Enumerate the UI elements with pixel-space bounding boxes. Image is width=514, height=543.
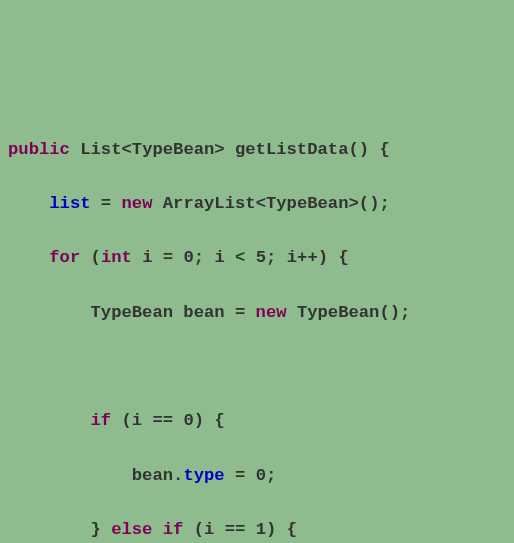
var-i: i	[214, 248, 224, 267]
rparen: )	[369, 194, 379, 213]
field-type: type	[183, 466, 224, 485]
space	[225, 140, 235, 159]
lparen: (	[348, 140, 358, 159]
var-bean: bean	[183, 303, 224, 322]
space	[245, 520, 255, 539]
space	[204, 411, 214, 430]
semi: ;	[400, 303, 410, 322]
num-0: 0	[183, 411, 193, 430]
space	[173, 303, 183, 322]
lparen: (	[194, 520, 204, 539]
keyword-int: int	[101, 248, 132, 267]
code-line-blank	[0, 353, 514, 380]
lparen: (	[91, 248, 101, 267]
space	[369, 140, 379, 159]
rparen: )	[359, 140, 369, 159]
op-eq: =	[101, 194, 111, 213]
op-eq: =	[235, 466, 245, 485]
space	[276, 520, 286, 539]
num-0: 0	[256, 466, 266, 485]
space	[225, 248, 235, 267]
semi: ;	[266, 466, 276, 485]
rparen: )	[390, 303, 400, 322]
keyword-for: for	[49, 248, 80, 267]
code-line: } else if (i == 1) {	[0, 516, 514, 543]
keyword-new: new	[122, 194, 153, 213]
type-typebean: TypeBean	[297, 303, 380, 322]
num-5: 5	[256, 248, 266, 267]
type-arraylist: ArrayList	[163, 194, 256, 213]
code-line: if (i == 0) {	[0, 407, 514, 434]
num-0: 0	[183, 248, 193, 267]
space	[328, 248, 338, 267]
keyword-if: if	[163, 520, 184, 539]
code-line: bean.type = 0;	[0, 462, 514, 489]
lparen: (	[121, 411, 131, 430]
angle-open: <	[121, 140, 131, 159]
keyword-new: new	[256, 303, 287, 322]
space	[101, 520, 111, 539]
rparen: )	[194, 411, 204, 430]
semi: ;	[266, 248, 276, 267]
space	[245, 466, 255, 485]
space	[152, 520, 162, 539]
var-i: i	[287, 248, 297, 267]
code-line: TypeBean bean = new TypeBean();	[0, 299, 514, 326]
method-name: getListData	[235, 140, 348, 159]
space	[287, 303, 297, 322]
op-eqeq: ==	[152, 411, 173, 430]
space	[173, 248, 183, 267]
lparen: (	[379, 303, 389, 322]
keyword-else: else	[111, 520, 152, 539]
num-1: 1	[256, 520, 266, 539]
keyword-public: public	[8, 140, 70, 159]
space	[70, 140, 80, 159]
op-eq: =	[235, 303, 245, 322]
op-eqeq: ==	[225, 520, 246, 539]
var-bean: bean	[132, 466, 173, 485]
space	[111, 194, 121, 213]
semi: ;	[194, 248, 204, 267]
code-block: public List<TypeBean> getListData() { li…	[0, 109, 514, 543]
space	[276, 248, 286, 267]
semi: ;	[379, 194, 389, 213]
angle-close: >	[348, 194, 358, 213]
angle-open: <	[256, 194, 266, 213]
space	[142, 411, 152, 430]
op-lt: <	[235, 248, 245, 267]
space	[245, 248, 255, 267]
space	[111, 411, 121, 430]
space	[152, 248, 162, 267]
space	[173, 411, 183, 430]
op-pp: ++	[297, 248, 318, 267]
space	[152, 194, 162, 213]
var-i: i	[132, 411, 142, 430]
space	[91, 194, 101, 213]
op-eq: =	[163, 248, 173, 267]
angle-close: >	[214, 140, 224, 159]
field-list: list	[49, 194, 90, 213]
code-line: for (int i = 0; i < 5; i++) {	[0, 244, 514, 271]
code-line: list = new ArrayList<TypeBean>();	[0, 190, 514, 217]
type-list: List	[80, 140, 121, 159]
lbrace: {	[287, 520, 297, 539]
var-i: i	[142, 248, 152, 267]
type-typebean: TypeBean	[266, 194, 349, 213]
lbrace: {	[379, 140, 389, 159]
space	[204, 248, 214, 267]
var-i: i	[204, 520, 214, 539]
dot: .	[173, 466, 183, 485]
lparen: (	[359, 194, 369, 213]
space	[80, 248, 90, 267]
space	[183, 520, 193, 539]
space	[245, 303, 255, 322]
lbrace: {	[214, 411, 224, 430]
rparen: )	[318, 248, 328, 267]
space	[132, 248, 142, 267]
lbrace: {	[338, 248, 348, 267]
rbrace: }	[91, 520, 101, 539]
type-typebean: TypeBean	[132, 140, 215, 159]
space	[225, 303, 235, 322]
keyword-if: if	[91, 411, 112, 430]
code-line: public List<TypeBean> getListData() {	[0, 136, 514, 163]
